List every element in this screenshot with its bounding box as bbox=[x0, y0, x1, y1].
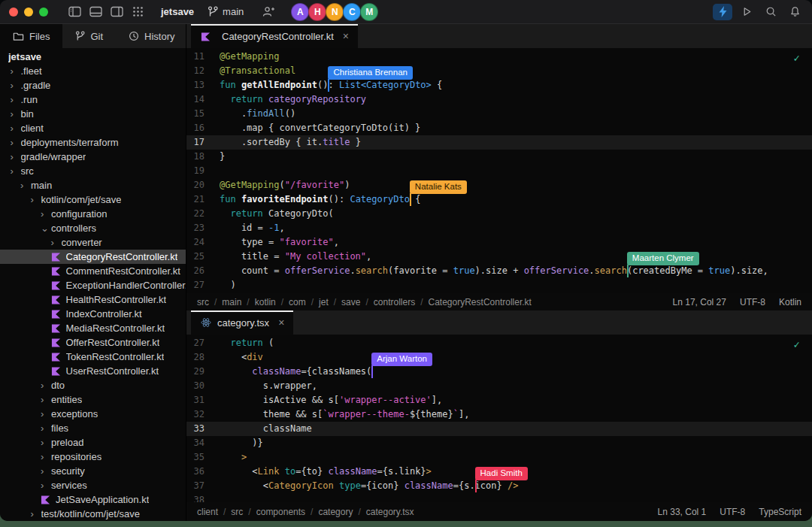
breadcrumb-segment[interactable]: src bbox=[197, 297, 209, 307]
toggle-right-panel-icon[interactable] bbox=[107, 4, 126, 20]
code-line-13[interactable]: 13fun getAllEndpoint(): List<CategoryDto… bbox=[186, 78, 812, 92]
file-encoding[interactable]: UTF-8 bbox=[720, 507, 745, 517]
code-line-19[interactable]: 19 bbox=[186, 164, 812, 178]
tab-categoryrestcontroller-kt[interactable]: CategoryRestController.kt × bbox=[191, 24, 358, 48]
code-line-15[interactable]: 15 .findAll() bbox=[186, 107, 812, 121]
code-line-14[interactable]: 14 return categoryRepository bbox=[186, 92, 812, 107]
tree-item-preload[interactable]: ›preload bbox=[0, 435, 186, 450]
tree-item-client[interactable]: ›client bbox=[0, 121, 186, 135]
avatar-n[interactable]: N bbox=[326, 3, 344, 21]
tree-item-userrestcontroller-kt[interactable]: UserRestController.kt bbox=[0, 364, 186, 378]
code-line-30[interactable]: 30 s.wrapper, bbox=[186, 379, 812, 393]
tree-item-services[interactable]: ›services bbox=[0, 478, 186, 492]
tree-item--gradle[interactable]: ›.gradle bbox=[0, 78, 186, 92]
tree-item-controllers[interactable]: ⌄controllers bbox=[0, 221, 186, 235]
code-line-18[interactable]: 18} bbox=[186, 150, 812, 164]
code-line-31[interactable]: 31 isActive && s['wrapper--active'], bbox=[186, 393, 812, 407]
search-icon[interactable] bbox=[761, 4, 780, 20]
code-line-11[interactable]: 11@GetMapping bbox=[186, 50, 812, 64]
code-line-29[interactable]: 29 className={classNames(Arjan Warton bbox=[186, 365, 812, 379]
tree-item-mediarestcontroller-kt[interactable]: MediaRestController.kt bbox=[0, 321, 186, 335]
tree-item-deployments-terraform[interactable]: ›deployments/terraform bbox=[0, 135, 186, 150]
tab-git[interactable]: Git bbox=[62, 24, 116, 48]
code-line-25[interactable]: 25 title = "My collection", bbox=[186, 250, 812, 264]
project-name[interactable]: jetsave bbox=[161, 6, 194, 17]
code-line-27[interactable]: 27 ) bbox=[186, 278, 812, 292]
tree-item-exceptions[interactable]: ›exceptions bbox=[0, 407, 186, 421]
quick-actions-bolt-icon[interactable] bbox=[713, 4, 732, 20]
code-line-32[interactable]: 32 theme && s[`wrapper--theme-${theme}`]… bbox=[186, 407, 812, 422]
tree-item-commentrestcontroller-kt[interactable]: CommentRestController.kt bbox=[0, 264, 186, 278]
inspection-check-icon[interactable]: ✓ bbox=[794, 52, 800, 64]
close-tab-icon[interactable]: × bbox=[278, 317, 284, 329]
tree-item-jetsaveapplication-kt[interactable]: JetSaveApplication.kt bbox=[0, 492, 186, 507]
breadcrumb-segment[interactable]: src bbox=[231, 507, 243, 517]
tree-item-repositories[interactable]: ›repositories bbox=[0, 450, 186, 464]
tree-item-src[interactable]: ›src bbox=[0, 164, 186, 178]
inspection-check-icon[interactable]: ✓ bbox=[794, 338, 800, 350]
tree-item-main[interactable]: ›main bbox=[0, 178, 186, 192]
tree-item-configuration[interactable]: ›configuration bbox=[0, 207, 186, 221]
code-line-16[interactable]: 16 .map { convertCategoryToDto(it) } bbox=[186, 121, 812, 135]
tree-item-jetsave[interactable]: jetsave bbox=[0, 50, 186, 64]
code-area[interactable]: ✓ 11@GetMapping12@Transactional13fun get… bbox=[186, 48, 812, 293]
code-line-28[interactable]: 28 <div bbox=[186, 350, 812, 365]
code-line-24[interactable]: 24 type = "favorite", bbox=[186, 235, 812, 250]
tree-item-categoryrestcontroller-kt[interactable]: CategoryRestController.kt bbox=[0, 250, 186, 264]
code-line-12[interactable]: 12@Transactional bbox=[186, 64, 812, 78]
tree-item-entities[interactable]: ›entities bbox=[0, 392, 186, 407]
run-icon[interactable] bbox=[737, 4, 756, 20]
breadcrumb-segment[interactable]: jet bbox=[319, 297, 329, 307]
branch-selector[interactable]: main bbox=[208, 6, 244, 17]
tree-item-bin[interactable]: ›bin bbox=[0, 107, 186, 121]
breadcrumb-segment[interactable]: category.tsx bbox=[366, 507, 414, 517]
code-line-26[interactable]: 26 count = offerService.search(favorite … bbox=[186, 264, 812, 278]
code-line-38[interactable]: 38 bbox=[186, 493, 812, 502]
tab-category-tsx[interactable]: category.tsx × bbox=[191, 310, 293, 335]
tree-item-gradle-wrapper[interactable]: ›gradle/wrapper bbox=[0, 150, 186, 164]
tree-item-converter[interactable]: ›converter bbox=[0, 235, 186, 250]
code-line-22[interactable]: 22 return CategoryDto( bbox=[186, 207, 812, 221]
code-line-37[interactable]: 37 <CategoryIcon type={icon} className={… bbox=[186, 479, 812, 493]
code-line-23[interactable]: 23 id = -1, bbox=[186, 221, 812, 235]
avatar-c[interactable]: C bbox=[343, 3, 361, 21]
breadcrumb-segment[interactable]: com bbox=[289, 297, 306, 307]
breadcrumb-segment[interactable]: components bbox=[256, 507, 305, 517]
tree-item--fleet[interactable]: ›.fleet bbox=[0, 64, 186, 78]
toggle-bottom-panel-icon[interactable] bbox=[86, 4, 105, 20]
tab-history[interactable]: History bbox=[116, 24, 187, 48]
code-line-27[interactable]: 27 return ( bbox=[186, 336, 812, 350]
toggle-left-panel-icon[interactable] bbox=[65, 4, 84, 20]
avatar-h[interactable]: H bbox=[308, 3, 326, 21]
avatar-a[interactable]: A bbox=[291, 3, 309, 21]
close-tab-icon[interactable]: × bbox=[343, 30, 349, 42]
minimize-window-button[interactable] bbox=[24, 8, 33, 17]
code-line-33[interactable]: 33 className bbox=[186, 422, 812, 436]
avatar-m[interactable]: M bbox=[360, 3, 378, 21]
tree-item-dto[interactable]: ›dto bbox=[0, 378, 186, 392]
breadcrumb-segment[interactable]: save bbox=[341, 297, 360, 307]
tree-item--run[interactable]: ›.run bbox=[0, 92, 186, 107]
code-line-21[interactable]: 21fun favoriteEndpoint(): CategoryDto {N… bbox=[186, 192, 812, 207]
code-area[interactable]: ✓ 27 return (28 <div29 className={classN… bbox=[186, 335, 812, 502]
tree-item-tokenrestcontroller-kt[interactable]: TokenRestController.kt bbox=[0, 350, 186, 364]
invite-collaborator-icon[interactable] bbox=[259, 4, 278, 20]
tree-item-test-kotlin-com-jet-save[interactable]: ›test/kotlin/com/jet/save bbox=[0, 507, 186, 521]
caret-position[interactable]: Ln 17, Col 27 bbox=[673, 297, 726, 307]
code-line-20[interactable]: 20@GetMapping("/favorite") bbox=[186, 178, 812, 192]
tree-item-indexcontroller-kt[interactable]: IndexController.kt bbox=[0, 307, 186, 321]
tree-item-offerrestcontroller-kt[interactable]: OfferRestController.kt bbox=[0, 335, 186, 350]
close-window-button[interactable] bbox=[9, 8, 18, 17]
code-line-35[interactable]: 35 > bbox=[186, 450, 812, 465]
tree-item-kotlin-com-jet-save[interactable]: ›kotlin/com/jet/save bbox=[0, 192, 186, 207]
file-language[interactable]: TypeScript bbox=[759, 507, 801, 517]
caret-position[interactable]: Ln 33, Col 1 bbox=[658, 507, 707, 517]
breadcrumb-segment[interactable]: CategoryRestController.kt bbox=[429, 297, 532, 307]
tree-item-exceptionhandlercontroller-kt[interactable]: ExceptionHandlerController.kt bbox=[0, 278, 186, 292]
file-language[interactable]: Kotlin bbox=[779, 297, 801, 307]
code-line-17[interactable]: 17 .sortedBy { it.title } bbox=[186, 135, 812, 150]
breadcrumb-segment[interactable]: main bbox=[222, 297, 241, 307]
tab-files[interactable]: Files bbox=[0, 24, 62, 48]
breadcrumb-segment[interactable]: category bbox=[318, 507, 353, 517]
breadcrumb-segment[interactable]: controllers bbox=[374, 297, 415, 307]
